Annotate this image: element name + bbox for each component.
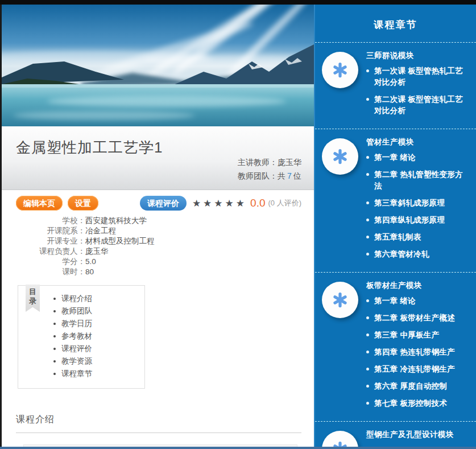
toc-item-label: 教师团队: [61, 305, 92, 318]
bullet-icon: [366, 201, 369, 204]
chapter-item[interactable]: 第二章 热轧管塑性变形方法: [366, 169, 468, 192]
sidebar-modules: 三师群说模块 第一次课 板型管热轧工艺对比分析: [315, 43, 476, 449]
toc-item[interactable]: 教师团队: [53, 305, 144, 318]
top-black-bar: [0, 0, 476, 5]
edit-page-button[interactable]: 编辑本页: [16, 196, 63, 211]
course-page: 金属塑性加工工艺学1 主讲教师：庞玉华 教师团队：共7位 编辑本页 设置 课程评…: [0, 0, 476, 449]
toc-item-label: 参考教材: [61, 330, 92, 343]
bullet-icon: [366, 69, 369, 72]
chapter-module: 管材生产模块 第一章 绪论 第二章 热: [315, 129, 476, 273]
chapter-item-label: 第一章 绪论: [374, 152, 416, 163]
chapter-item[interactable]: 第六章管材冷轧: [366, 249, 468, 260]
chapter-item-label: 第五章轧制表: [374, 232, 421, 243]
toc-item-label: 教学资源: [61, 355, 92, 368]
module-title[interactable]: 型钢生产及孔型设计模块: [366, 430, 468, 440]
detail-label: 课时：: [16, 267, 85, 277]
detail-value: 庞玉华: [85, 246, 109, 257]
detail-row: 学校： 西安建筑科技大学: [16, 216, 301, 226]
chapter-item[interactable]: 第七章 板形控制技术: [366, 398, 468, 409]
module-title[interactable]: 三师群说模块: [366, 51, 468, 61]
detail-label: 课程负责人：: [16, 246, 85, 257]
course-header: 金属塑性加工工艺学1 主讲教师：庞玉华 教师团队：共7位: [2, 126, 314, 190]
asterisk-icon: [332, 148, 349, 165]
chapter-item-label: 第四章纵轧成形原理: [374, 215, 445, 226]
toc-item[interactable]: 参考教材: [53, 330, 144, 343]
settings-button[interactable]: 设置: [68, 196, 98, 211]
chapter-item-label: 第二次课 板型管连轧工艺对比分析: [374, 94, 468, 117]
chapter-item[interactable]: 第一次课 板型管热轧工艺对比分析: [366, 65, 468, 88]
bullet-icon: [366, 219, 369, 221]
chapter-item[interactable]: 第六章 厚度自动控制: [366, 381, 468, 392]
chapter-item-label: 第一次课 板型管热轧工艺对比分析: [374, 65, 468, 88]
teacher-team-line: 教师团队：共7位: [238, 169, 301, 183]
bullet-icon: [53, 310, 56, 312]
chapter-item[interactable]: 第一章 绪论: [366, 152, 468, 163]
toc-item-label: 教学日历: [61, 318, 92, 330]
module-items: 第一章 绪论 第二章 热轧管塑性变形方法 第三章斜轧成形: [366, 152, 468, 260]
bullet-icon: [366, 333, 369, 336]
chapter-item[interactable]: 第五章 冷连轧带钢生产: [366, 364, 468, 375]
intro-section: 课程介绍: [16, 414, 301, 449]
chapter-item[interactable]: 第三章 中厚板生产: [366, 329, 468, 341]
detail-value: 80: [85, 267, 94, 277]
module-badge: [322, 138, 358, 175]
bullet-icon: [366, 156, 369, 159]
detail-value: 5.0: [85, 257, 96, 267]
detail-label: 学校：: [16, 216, 85, 226]
module-title[interactable]: 板带材生产模块: [366, 281, 468, 291]
lead-teacher-line: 主讲教师：庞玉华: [238, 155, 301, 169]
detail-row: 课时： 80: [16, 267, 301, 277]
detail-value: 材料成型及控制工程: [85, 236, 155, 246]
left-dark-edge: [0, 0, 2, 449]
chapter-item[interactable]: 第四章纵轧成形原理: [366, 215, 468, 226]
bullet-icon: [53, 323, 56, 325]
chapter-item[interactable]: 第二章 板带材生产概述: [366, 312, 468, 324]
sidebar-title: 课程章节: [315, 5, 476, 43]
bullet-icon: [366, 351, 369, 353]
detail-value: 冶金工程: [85, 226, 116, 236]
chapter-item-label: 第二章 板带材生产概述: [374, 312, 455, 324]
module-text: 型钢生产及孔型设计模块: [366, 429, 468, 449]
toc-item[interactable]: 课程介绍: [53, 293, 144, 305]
chapter-item[interactable]: 第二次课 板型管连轧工艺对比分析: [366, 94, 468, 117]
detail-label: 开课专业：: [16, 236, 85, 246]
bullet-icon: [366, 98, 369, 101]
course-cover-image: [2, 5, 314, 126]
module-items: 第一章 绪论 第二章 板带材生产概述 第三章 中厚板生产: [366, 295, 468, 409]
detail-row: 课程负责人： 庞玉华: [16, 246, 301, 257]
toc-box: 目录 课程介绍 教师团队: [18, 285, 145, 389]
teacher-count: 7: [285, 171, 293, 180]
toc-item[interactable]: 教学日历: [53, 318, 144, 330]
toc-item[interactable]: 教学资源: [53, 355, 144, 368]
bullet-icon: [53, 298, 56, 300]
module-badge: [322, 282, 358, 318]
main-column: 金属塑性加工工艺学1 主讲教师：庞玉华 教师团队：共7位 编辑本页 设置 课程评…: [2, 5, 314, 449]
detail-row: 学分： 5.0: [16, 257, 301, 267]
bullet-icon: [366, 173, 369, 176]
module-text: 板带材生产模块 第一章 绪论 第二章: [366, 280, 468, 415]
detail-label: 学分：: [16, 257, 85, 267]
bullet-icon: [366, 368, 369, 370]
module-text: 三师群说模块 第一次课 板型管热轧工艺对比分析: [366, 50, 468, 122]
module-title[interactable]: 管材生产模块: [366, 137, 468, 147]
module-badge-col: [322, 137, 366, 266]
course-details: 学校： 西安建筑科技大学 开课院系： 冶金工程 开课专业： 材料成型及控制工程: [16, 216, 301, 277]
detail-row: 开课院系： 冶金工程: [16, 226, 301, 236]
chapter-item[interactable]: 第一章 绪论: [366, 295, 468, 307]
course-review-button[interactable]: 课程评价: [140, 196, 187, 211]
chapter-item[interactable]: 第三章斜轧成形原理: [366, 197, 468, 209]
rating-count: (0 人评价): [268, 198, 302, 208]
toc-item[interactable]: 课程评价: [53, 343, 144, 355]
chapter-item[interactable]: 第四章 热连轧带钢生产: [366, 347, 468, 358]
bullet-icon: [366, 236, 369, 238]
chapter-item-label: 第三章斜轧成形原理: [374, 197, 445, 209]
chapter-module: 型钢生产及孔型设计模块: [315, 422, 476, 449]
module-text: 管材生产模块 第一章 绪论 第二章 热: [366, 137, 468, 266]
toc-item[interactable]: 课程章节: [53, 368, 144, 380]
lead-teacher-name: 庞玉华: [278, 158, 301, 167]
bottom-bar: [0, 447, 476, 449]
chapter-item-label: 第七章 板形控制技术: [374, 398, 447, 409]
toc-item-label: 课程章节: [61, 368, 92, 380]
chapters-sidebar: 课程章节: [314, 5, 476, 449]
chapter-item[interactable]: 第五章轧制表: [366, 232, 468, 243]
